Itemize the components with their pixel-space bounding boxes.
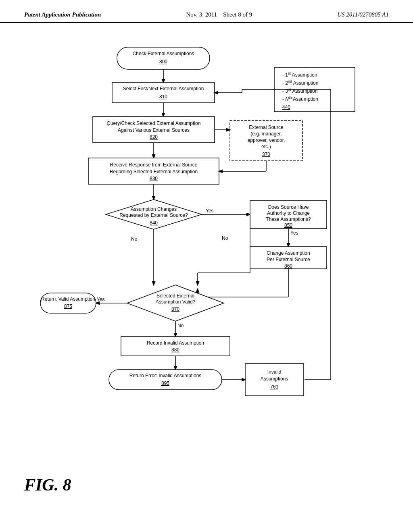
- svg-text:Check External Assumptions: Check External Assumptions: [133, 51, 194, 56]
- svg-text:Receive Response from External: Receive Response from External Source: [110, 162, 198, 168]
- svg-text:- 3rd Assumption: - 3rd Assumption: [282, 87, 317, 94]
- svg-text:840: 840: [150, 220, 158, 226]
- figure-label: FIG. 8: [24, 475, 71, 495]
- svg-text:Assumption Changes: Assumption Changes: [131, 206, 177, 212]
- svg-text:Authority to Change: Authority to Change: [267, 210, 310, 216]
- svg-text:Return: Valid Assumption: Return: Valid Assumption: [41, 296, 95, 302]
- svg-text:approver, vendor,: approver, vendor,: [248, 137, 285, 143]
- svg-text:No: No: [131, 236, 138, 242]
- svg-text:Return Error: Invalid Assumpti: Return Error: Invalid Assumptions: [129, 373, 202, 378]
- svg-text:Invalid: Invalid: [267, 369, 282, 375]
- svg-text:760: 760: [270, 384, 278, 390]
- svg-text:External Source: External Source: [249, 125, 284, 130]
- svg-text:Yes: Yes: [290, 230, 298, 236]
- svg-text:No: No: [222, 235, 228, 241]
- svg-text:810: 810: [159, 94, 167, 100]
- svg-text:860: 860: [284, 263, 292, 269]
- publication-number: US 2011/0270805 A1: [337, 11, 389, 18]
- svg-text:- 1st Assumption: - 1st Assumption: [282, 71, 317, 78]
- svg-text:Assumption Valid?: Assumption Valid?: [156, 299, 196, 305]
- svg-text:875: 875: [64, 303, 72, 309]
- svg-text:Record Invalid Assumption: Record Invalid Assumption: [147, 340, 204, 346]
- svg-text:880: 880: [171, 347, 179, 353]
- svg-text:895: 895: [161, 380, 169, 386]
- svg-text:etc.): etc.): [261, 144, 271, 150]
- svg-text:Query/Check Selected External : Query/Check Selected External Assumption: [107, 121, 201, 126]
- svg-text:870: 870: [171, 306, 179, 312]
- publication-title: Patent Application Publication: [24, 11, 101, 18]
- svg-text:440: 440: [282, 104, 290, 110]
- svg-text:Select First/Next External Ass: Select First/Next External Assumption: [123, 86, 204, 91]
- svg-text:Assumptions: Assumptions: [261, 376, 288, 382]
- svg-text:Against Various External Sourc: Against Various External Sources: [118, 127, 190, 133]
- svg-rect-55: [121, 337, 230, 356]
- svg-text:Per External Source: Per External Source: [267, 257, 310, 262]
- svg-text:820: 820: [150, 134, 158, 140]
- svg-text:830: 830: [150, 176, 158, 181]
- svg-text:Change Assumption: Change Assumption: [267, 250, 310, 256]
- svg-text:850: 850: [284, 222, 292, 228]
- diagram-area: Check External Assumptions 800 Select Fi…: [0, 23, 413, 507]
- publication-date: Nov. 3, 2011 Sheet 8 of 9: [186, 11, 252, 18]
- svg-text:Does Source Have: Does Source Have: [268, 204, 309, 210]
- svg-text:800: 800: [159, 59, 167, 64]
- svg-text:Yes: Yes: [206, 208, 214, 214]
- svg-text:- 2nd Assumption: - 2nd Assumption: [282, 79, 318, 86]
- svg-text:370: 370: [262, 152, 270, 157]
- flowchart-svg: Check External Assumptions 800 Select Fi…: [0, 23, 413, 507]
- page-header: Patent Application Publication Nov. 3, 2…: [0, 0, 413, 23]
- svg-text:- Nth Assumption: - Nth Assumption: [282, 96, 318, 102]
- svg-text:These Assumptions?: These Assumptions?: [266, 216, 311, 222]
- svg-text:Selected External: Selected External: [156, 293, 194, 299]
- svg-text:Regarding Selected External As: Regarding Selected External Assumption: [110, 169, 198, 175]
- svg-text:No: No: [177, 323, 184, 328]
- svg-text:Requested by External Source?: Requested by External Source?: [119, 212, 188, 218]
- svg-text:(e.g. manager,: (e.g. manager,: [250, 131, 282, 137]
- svg-text:Yes: Yes: [97, 297, 105, 302]
